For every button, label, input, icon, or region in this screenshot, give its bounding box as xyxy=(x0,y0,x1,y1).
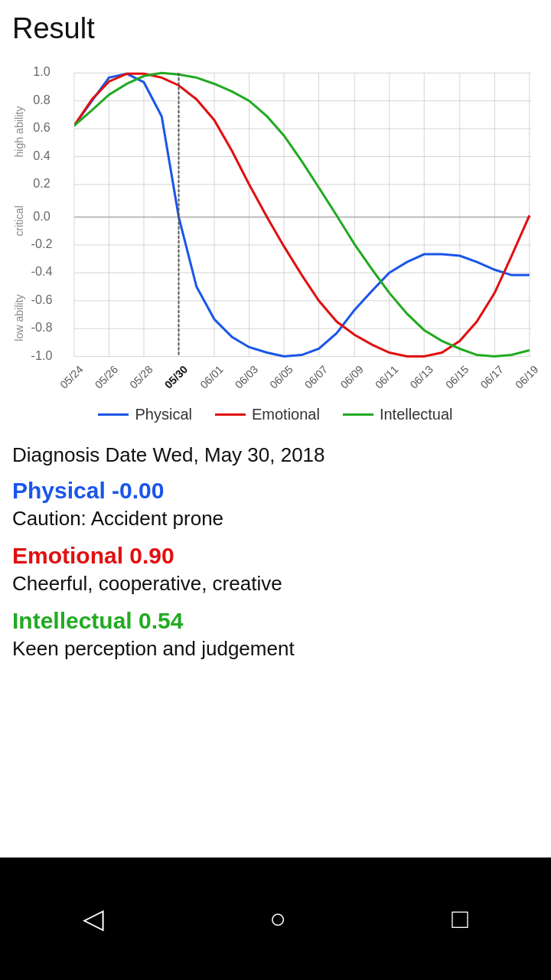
svg-text:06/19: 06/19 xyxy=(513,363,539,390)
svg-text:05/28: 05/28 xyxy=(127,363,155,390)
back-button[interactable]: ◁ xyxy=(83,903,104,935)
svg-text:06/05: 06/05 xyxy=(267,363,295,390)
legend-physical: Physical xyxy=(98,406,191,423)
intellectual-legend-label: Intellectual xyxy=(380,406,453,423)
svg-text:-0.6: -0.6 xyxy=(31,292,53,306)
svg-text:-0.4: -0.4 xyxy=(31,264,53,278)
intellectual-description: Keen perception and judgement xyxy=(12,637,539,661)
svg-text:0.2: 0.2 xyxy=(33,176,50,190)
svg-text:-0.8: -0.8 xyxy=(31,320,53,334)
emotional-value-label: Emotional 0.90 xyxy=(12,543,539,569)
physical-legend-line xyxy=(98,413,129,416)
recent-button[interactable]: □ xyxy=(452,903,468,935)
svg-text:1.0: 1.0 xyxy=(33,64,50,78)
svg-text:06/03: 06/03 xyxy=(233,363,260,390)
svg-text:06/07: 06/07 xyxy=(302,363,330,390)
emotional-legend-line xyxy=(215,413,246,416)
svg-text:06/15: 06/15 xyxy=(443,363,471,390)
legend-intellectual: Intellectual xyxy=(343,406,453,423)
svg-text:06/11: 06/11 xyxy=(373,363,400,390)
svg-text:0.6: 0.6 xyxy=(33,120,50,134)
emotional-description: Cheerful, cooperative, creative xyxy=(12,572,539,596)
svg-text:06/13: 06/13 xyxy=(408,363,435,390)
physical-value-label: Physical -0.00 xyxy=(12,478,539,504)
svg-text:0.4: 0.4 xyxy=(33,149,50,162)
diagnosis-date: Diagnosis Date Wed, May 30, 2018 xyxy=(12,443,539,467)
svg-rect-0 xyxy=(74,70,531,372)
intellectual-legend-line xyxy=(343,413,373,416)
svg-text:critical: critical xyxy=(13,205,25,236)
svg-text:06/17: 06/17 xyxy=(478,363,506,390)
svg-text:05/26: 05/26 xyxy=(93,363,120,390)
chart-legend: Physical Emotional Intellectual xyxy=(12,406,539,423)
svg-text:high ability: high ability xyxy=(13,106,25,158)
svg-text:0.0: 0.0 xyxy=(33,209,50,223)
svg-text:-1.0: -1.0 xyxy=(31,348,53,362)
diagnosis-section: Diagnosis Date Wed, May 30, 2018 Physica… xyxy=(12,437,539,679)
page-title: Result xyxy=(12,12,539,45)
svg-text:05/30: 05/30 xyxy=(162,363,190,390)
svg-text:05/24: 05/24 xyxy=(57,363,85,390)
physical-description: Caution: Accident prone xyxy=(12,507,539,531)
svg-text:0.8: 0.8 xyxy=(33,93,50,106)
svg-text:06/09: 06/09 xyxy=(337,363,365,390)
svg-text:06/01: 06/01 xyxy=(197,363,225,390)
svg-text:low ability: low ability xyxy=(13,293,25,341)
physical-legend-label: Physical xyxy=(135,406,191,423)
intellectual-value-label: Intellectual 0.54 xyxy=(12,608,539,634)
svg-text:-0.2: -0.2 xyxy=(31,237,53,250)
legend-emotional: Emotional xyxy=(215,406,320,423)
navigation-bar: ◁ ○ □ xyxy=(0,858,551,980)
biorhythm-chart: 1.0 0.8 0.6 0.4 0.2 0.0 -0.2 -0.4 -0.6 -… xyxy=(12,54,539,398)
emotional-legend-label: Emotional xyxy=(252,406,320,423)
home-button[interactable]: ○ xyxy=(269,903,286,935)
